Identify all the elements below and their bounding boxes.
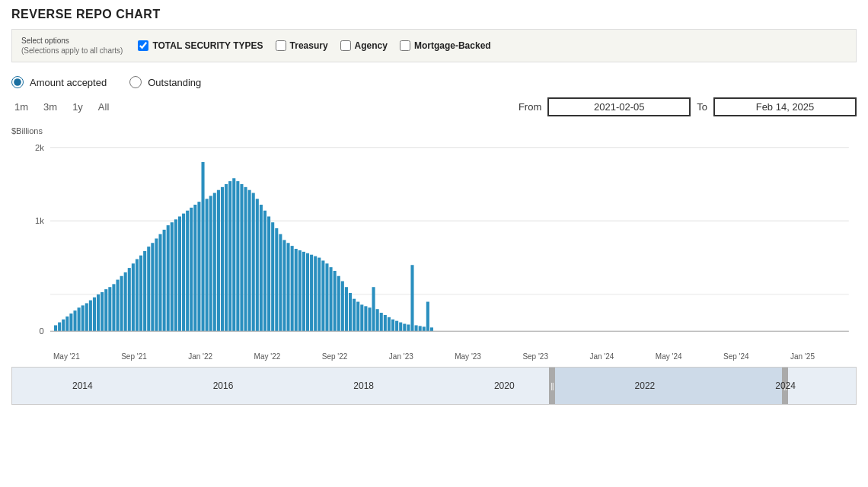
svg-rect-57 [248, 190, 251, 331]
checkbox-mortgage[interactable]: Mortgage-Backed [400, 40, 491, 51]
btn-all[interactable]: All [95, 100, 112, 114]
svg-rect-11 [69, 314, 72, 331]
svg-rect-97 [403, 324, 406, 332]
svg-rect-62 [267, 216, 270, 331]
svg-rect-25 [124, 272, 127, 331]
svg-rect-66 [282, 240, 286, 331]
svg-rect-78 [330, 267, 333, 331]
svg-rect-22 [112, 284, 115, 331]
btn-3m[interactable]: 3m [40, 100, 60, 114]
svg-rect-13 [78, 307, 81, 331]
chart-svg: 2k 1k 0 [11, 140, 857, 357]
checkbox-treasury[interactable]: Treasury [276, 40, 328, 51]
svg-rect-100 [415, 325, 418, 331]
svg-rect-34 [158, 234, 161, 332]
y-axis-label: $Billions [11, 126, 43, 135]
svg-rect-10 [65, 317, 69, 331]
svg-rect-71 [302, 252, 305, 331]
svg-rect-7 [54, 325, 57, 331]
svg-rect-77 [325, 263, 328, 331]
svg-rect-83 [349, 293, 352, 331]
svg-rect-89 [372, 287, 375, 331]
svg-rect-98 [407, 324, 410, 331]
svg-rect-14 [81, 305, 85, 331]
svg-rect-21 [108, 287, 111, 331]
svg-rect-47 [209, 196, 212, 331]
mini-label-2016: 2016 [213, 380, 234, 391]
to-label: To [697, 101, 707, 113]
svg-rect-46 [206, 199, 209, 331]
svg-rect-50 [221, 187, 224, 331]
x-label-5: Jan '23 [389, 352, 413, 361]
svg-rect-96 [399, 323, 402, 332]
svg-rect-60 [260, 205, 263, 331]
radio-outstanding[interactable]: Outstanding [129, 76, 201, 88]
svg-rect-44 [197, 202, 200, 331]
mini-navigator[interactable]: ‖ ‖ 2014 2016 2018 2020 2022 2024 [11, 367, 857, 405]
from-date-input[interactable] [547, 97, 691, 116]
svg-rect-69 [295, 249, 298, 331]
mini-nav-labels: 2014 2016 2018 2020 2022 2024 [12, 380, 856, 391]
svg-rect-33 [155, 238, 158, 331]
svg-rect-28 [136, 259, 139, 332]
svg-rect-90 [376, 309, 379, 331]
svg-rect-80 [337, 276, 340, 331]
checkbox-agency[interactable]: Agency [340, 40, 388, 51]
svg-rect-88 [368, 307, 371, 331]
svg-rect-101 [419, 326, 422, 331]
chart-area: $Billions 2k 1k 0 [11, 126, 857, 362]
x-label-7: Sep '23 [522, 352, 548, 361]
svg-rect-24 [120, 276, 123, 331]
svg-rect-39 [178, 216, 181, 331]
svg-rect-45 [201, 162, 204, 331]
svg-rect-104 [430, 327, 433, 331]
x-label-0: May '21 [53, 352, 80, 361]
svg-rect-84 [353, 299, 356, 332]
svg-rect-72 [306, 253, 309, 331]
svg-text:1k: 1k [35, 216, 44, 225]
svg-rect-95 [395, 321, 398, 332]
svg-rect-67 [287, 243, 290, 331]
svg-rect-70 [298, 250, 302, 331]
x-label-9: May '24 [656, 352, 682, 361]
checkbox-group: TOTAL SECURITY TYPES Treasury Agency Mor… [138, 40, 490, 51]
svg-rect-81 [341, 281, 344, 331]
svg-rect-76 [321, 260, 324, 331]
svg-rect-55 [240, 184, 243, 331]
from-label: From [519, 101, 541, 113]
svg-rect-64 [275, 228, 278, 331]
svg-rect-27 [132, 263, 135, 331]
svg-rect-29 [139, 256, 142, 332]
svg-rect-99 [410, 265, 413, 331]
to-date-input[interactable] [713, 97, 857, 116]
x-label-2: Jan '22 [188, 352, 212, 361]
svg-rect-79 [333, 271, 337, 331]
svg-rect-87 [364, 306, 367, 331]
svg-rect-43 [193, 205, 196, 331]
svg-rect-56 [244, 187, 247, 331]
svg-rect-31 [147, 247, 150, 331]
mini-label-2024: 2024 [775, 380, 796, 391]
svg-rect-94 [391, 320, 394, 331]
svg-rect-30 [143, 251, 146, 331]
x-label-4: Sep '22 [322, 352, 348, 361]
svg-rect-36 [167, 225, 170, 331]
radio-amount[interactable]: Amount accepted [11, 76, 107, 88]
x-label-6: May '23 [455, 352, 481, 361]
mini-label-2014: 2014 [72, 380, 93, 391]
svg-rect-52 [228, 181, 231, 331]
svg-rect-82 [345, 287, 348, 331]
svg-rect-93 [388, 317, 391, 331]
svg-rect-42 [190, 208, 193, 331]
svg-rect-17 [93, 298, 96, 331]
svg-rect-32 [151, 243, 154, 331]
page-title: REVERSE REPO CHART [11, 8, 857, 21]
mini-label-2018: 2018 [353, 380, 374, 391]
checkbox-total[interactable]: TOTAL SECURITY TYPES [138, 40, 263, 51]
svg-rect-61 [263, 211, 266, 331]
btn-1y[interactable]: 1y [69, 100, 86, 114]
btn-1m[interactable]: 1m [11, 100, 31, 114]
svg-rect-51 [225, 184, 228, 331]
svg-rect-92 [384, 315, 387, 331]
svg-rect-49 [217, 190, 220, 331]
